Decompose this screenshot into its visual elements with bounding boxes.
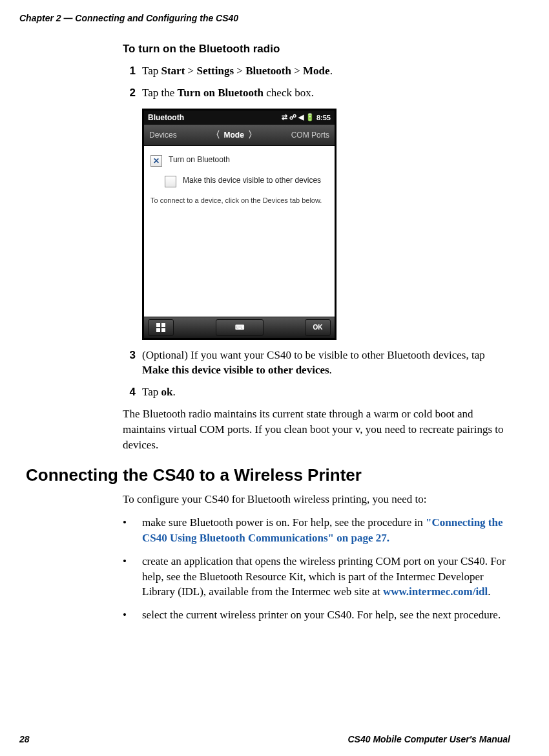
bullet-marker: • <box>123 607 142 623</box>
step-number: 1 <box>123 63 136 79</box>
step-2: 2 Tap the Turn on Bluetooth check box. <box>123 85 510 101</box>
bullet-item: • select the current wireless printer on… <box>123 607 510 623</box>
visible-to-others-checkbox[interactable] <box>165 176 176 187</box>
svg-rect-3 <box>161 328 165 332</box>
windows-icon <box>156 322 166 333</box>
battery-icon: 🔋 <box>306 113 315 121</box>
step-1: 1 Tap Start > Settings > Bluetooth > Mod… <box>123 63 510 79</box>
body-paragraph: The Bluetooth radio maintains its curren… <box>123 406 510 452</box>
screen-title: Bluetooth <box>148 113 184 122</box>
step-number: 4 <box>123 384 136 400</box>
tab-mode[interactable]: Mode <box>224 131 244 140</box>
step-text: Tap ok. <box>142 384 510 400</box>
turn-on-bluetooth-label: Turn on Bluetooth <box>169 155 230 164</box>
step-text: Tap the Turn on Bluetooth check box. <box>142 85 510 101</box>
page-number: 28 <box>19 734 30 744</box>
svg-rect-1 <box>161 323 165 327</box>
chevron-left-icon[interactable]: 〈 <box>211 129 220 141</box>
step-text: Tap Start > Settings > Bluetooth > Mode. <box>142 63 510 79</box>
ok-button[interactable]: OK <box>305 319 331 336</box>
svg-rect-0 <box>156 323 160 327</box>
section-heading: To turn on the Bluetooth radio <box>123 43 510 56</box>
step-text: (Optional) If you want your CS40 to be v… <box>142 348 510 379</box>
keyboard-button[interactable]: ⌨ <box>216 319 264 336</box>
connection-icon: ⇄ <box>282 113 287 121</box>
device-screenshot: Bluetooth ⇄ ☍ ◀ 🔋 8:55 Devices 〈 Mode 〉 … <box>142 109 337 340</box>
intro-paragraph: To configure your CS40 for Bluetooth wir… <box>123 492 510 507</box>
chapter-header: Chapter 2 — Connecting and Configuring t… <box>19 13 510 23</box>
turn-on-bluetooth-checkbox[interactable] <box>150 155 162 167</box>
clock: 8:55 <box>316 114 331 121</box>
step-number: 3 <box>123 348 136 379</box>
tab-com-ports[interactable]: COM Ports <box>286 131 335 140</box>
volume-icon: ◀ <box>298 113 304 121</box>
bullet-item: • make sure Bluetooth power is on. For h… <box>123 515 510 546</box>
bullet-marker: • <box>123 554 142 600</box>
signal-icon: ☍ <box>289 113 296 121</box>
svg-rect-2 <box>156 328 160 332</box>
link-intermec-idl[interactable]: www.intermec.com/idl <box>383 585 488 598</box>
bullet-marker: • <box>123 515 142 546</box>
heading-connecting-printer: Connecting the CS40 to a Wireless Printe… <box>26 465 510 485</box>
step-4: 4 Tap ok. <box>123 384 510 400</box>
status-icons: ⇄ ☍ ◀ 🔋 8:55 <box>282 113 331 121</box>
step-3: 3 (Optional) If you want your CS40 to be… <box>123 348 510 379</box>
bullet-item: • create an application that opens the w… <box>123 554 510 600</box>
visible-to-others-label: Make this device visible to other device… <box>183 176 321 185</box>
footer-title: CS40 Mobile Computer User's Manual <box>348 734 511 744</box>
keyboard-icon: ⌨ <box>235 324 244 331</box>
start-button[interactable] <box>148 319 174 336</box>
chevron-right-icon[interactable]: 〉 <box>248 129 257 141</box>
hint-text: To connect to a device, click on the Dev… <box>150 196 328 204</box>
tab-devices[interactable]: Devices <box>144 131 182 140</box>
step-number: 2 <box>123 85 136 101</box>
